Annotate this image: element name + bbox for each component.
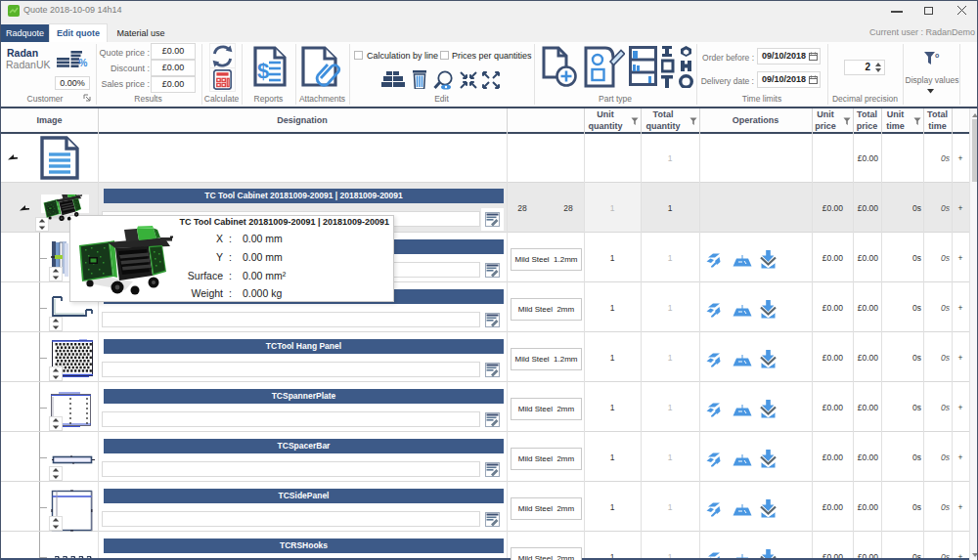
svg-text:%: % xyxy=(79,58,88,67)
svg-text:$: $ xyxy=(257,59,269,83)
svg-text:o: o xyxy=(935,52,939,59)
